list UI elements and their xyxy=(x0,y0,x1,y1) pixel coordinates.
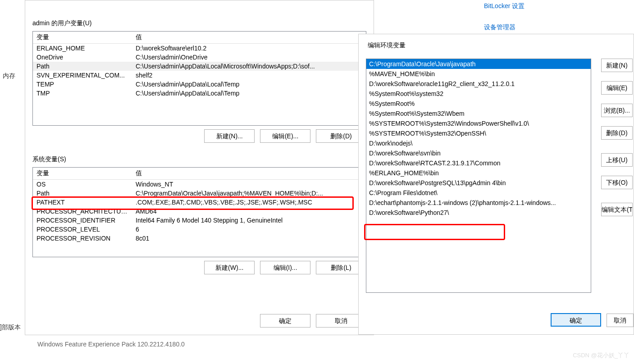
list-item[interactable]: D:\worekSoftware\Python27\ xyxy=(366,208,591,218)
path-down-button[interactable]: 下移(O) xyxy=(601,176,633,189)
table-row[interactable]: ERLANG_HOMED:\worekSoftware\erl10.2 xyxy=(33,44,366,53)
col-val[interactable]: 值 xyxy=(132,168,366,180)
sys-vars-list[interactable]: 变量 值 OSWindows_NTPathC:\ProgramData\Orac… xyxy=(32,167,366,257)
list-item[interactable]: %MAVEN_HOME%\bin xyxy=(366,69,591,79)
sys-new-button[interactable]: 新建(W)... xyxy=(204,261,255,274)
list-item[interactable]: D:\echart\phantomjs-2.1.1-windows (2)\ph… xyxy=(366,198,591,208)
list-item[interactable]: D:\worekSoftware\PostgreSQL\13\pgAdmin 4… xyxy=(366,178,591,188)
user-vars-label: admin 的用户变量(U) xyxy=(32,19,366,27)
table-row[interactable]: PROCESSOR_REVISION8c01 xyxy=(33,234,366,243)
path-browse-button[interactable]: 浏览(B)... xyxy=(601,104,633,117)
path-entries-list[interactable]: C:\ProgramData\Oracle\Java\javapath%MAVE… xyxy=(366,59,591,293)
list-item[interactable]: C:\ProgramData\Oracle\Java\javapath xyxy=(366,59,591,69)
path-delete-button[interactable]: 删除(D) xyxy=(601,126,633,140)
table-row[interactable]: PATHEXT.COM;.EXE;.BAT;.CMD;.VBS;.VBE;.JS… xyxy=(33,198,366,207)
table-row[interactable]: PROCESSOR_ARCHITECTUREAMD64 xyxy=(33,207,366,216)
device-manager-link[interactable]: 设备管理器 xyxy=(484,23,515,32)
table-row[interactable]: SVN_EXPERIMENTAL_COM...shelf2 xyxy=(33,71,366,80)
table-row[interactable]: OneDriveC:\Users\admin\OneDrive xyxy=(33,53,366,62)
list-item[interactable]: %SystemRoot% xyxy=(366,99,591,109)
edit-envvar-title: 编辑环境变量 xyxy=(368,41,634,50)
table-row[interactable]: PathC:\ProgramData\Oracle\Java\javapath;… xyxy=(33,189,366,198)
sys-edit-button[interactable]: 编辑(I)... xyxy=(260,261,310,274)
table-row[interactable]: TMPC:\Users\admin\AppData\Local\Temp xyxy=(33,89,366,98)
list-item[interactable]: %ERLANG_HOME%\bin xyxy=(366,168,591,178)
list-item[interactable]: D:\worekSoftware\oracle11gR2_client_x32_… xyxy=(366,79,591,89)
edit-envvar-dialog: 编辑环境变量 C:\ProgramData\Oracle\Java\javapa… xyxy=(358,34,634,335)
table-row[interactable]: PROCESSOR_IDENTIFIERIntel64 Family 6 Mod… xyxy=(33,216,366,225)
editvar-ok-button[interactable]: 确定 xyxy=(551,313,601,327)
winver-label: ]部版本 xyxy=(0,323,21,332)
watermark-text: CSDN @花小妖_丫丫 xyxy=(573,351,629,359)
list-item[interactable]: %SYSTEMROOT%\System32\OpenSSH\ xyxy=(366,128,591,138)
list-item[interactable]: D:\worekSoftware\svn\bin xyxy=(366,148,591,158)
list-item[interactable]: %SystemRoot%\System32\Wbem xyxy=(366,109,591,118)
list-item[interactable]: %SYSTEMROOT%\System32\WindowsPowerShell\… xyxy=(366,118,591,128)
table-row[interactable]: TEMPC:\Users\admin\AppData\Local\Temp xyxy=(33,80,366,89)
col-var[interactable]: 变量 xyxy=(33,168,132,180)
sys-vars-label: 系统变量(S) xyxy=(32,155,366,164)
col-val[interactable]: 值 xyxy=(132,32,366,44)
feature-pack-text: Windows Feature Experience Pack 120.2212… xyxy=(37,341,185,348)
list-item[interactable]: C:\Program Files\dotnet\ xyxy=(366,188,591,198)
table-row[interactable]: PROCESSOR_LEVEL6 xyxy=(33,225,366,234)
list-item[interactable]: D:\worekSoftware\RTCAST.2.31.9.17\Common xyxy=(366,158,591,168)
user-new-button[interactable]: 新建(N)... xyxy=(204,129,255,143)
table-row[interactable]: OSWindows_NT xyxy=(33,180,366,189)
path-up-button[interactable]: 上移(U) xyxy=(601,153,633,167)
table-row[interactable]: PathC:\Users\admin\AppData\Local\Microso… xyxy=(33,62,366,71)
envvars-dialog: admin 的用户变量(U) 变量 值 ERLANG_HOMED:\worekS… xyxy=(25,0,374,335)
editvar-cancel-button[interactable]: 取消 xyxy=(607,314,634,327)
path-new-button[interactable]: 新建(N) xyxy=(601,59,633,72)
list-item[interactable]: %SystemRoot%\system32 xyxy=(366,89,591,99)
user-edit-button[interactable]: 编辑(E)... xyxy=(260,129,310,143)
col-var[interactable]: 变量 xyxy=(33,32,132,44)
path-edit-button[interactable]: 编辑(E) xyxy=(601,81,633,95)
memory-label: 内存 xyxy=(3,72,15,80)
bitlocker-link[interactable]: BitLocker 设置 xyxy=(484,2,525,10)
list-item[interactable]: D:\work\nodejs\ xyxy=(366,138,591,148)
user-vars-list[interactable]: 变量 值 ERLANG_HOMED:\worekSoftware\erl10.2… xyxy=(32,31,366,126)
path-edittext-button[interactable]: 编辑文本(T)... xyxy=(601,203,633,216)
envvars-ok-button[interactable]: 确定 xyxy=(260,314,310,328)
